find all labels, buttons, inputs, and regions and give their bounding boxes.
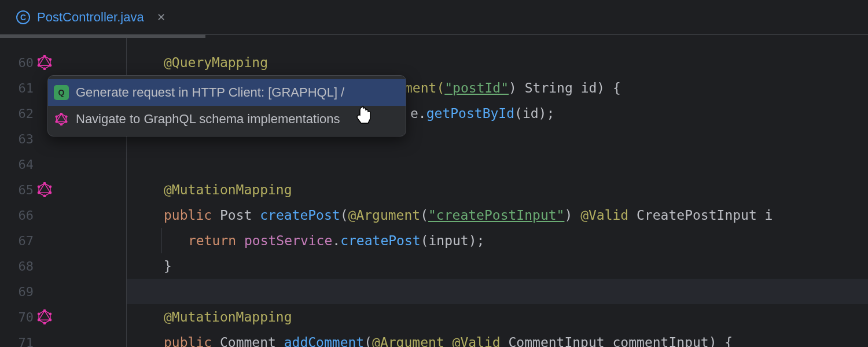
svg-point-19 bbox=[49, 312, 52, 315]
gutter-line[interactable]: 67 bbox=[0, 228, 126, 253]
gutter-line[interactable]: 70 bbox=[0, 304, 126, 330]
popup-item-label: Navigate to GraphQL schema implementatio… bbox=[76, 112, 340, 127]
svg-marker-1 bbox=[39, 56, 50, 65]
graphql-icon[interactable] bbox=[36, 181, 53, 198]
gutter-line[interactable]: 68 bbox=[0, 253, 126, 279]
svg-point-15 bbox=[38, 185, 41, 188]
line-number: 62 bbox=[0, 106, 34, 121]
code-line: @QueryMapping bbox=[127, 50, 868, 75]
editor-tabs: C PostController.java ✕ bbox=[0, 0, 868, 35]
svg-point-3 bbox=[49, 58, 52, 61]
line-number: 68 bbox=[0, 259, 34, 274]
close-icon[interactable]: ✕ bbox=[157, 11, 165, 24]
line-number: 61 bbox=[0, 81, 34, 95]
line-number: 66 bbox=[0, 208, 34, 223]
svg-point-28 bbox=[65, 120, 67, 123]
code-line: } bbox=[127, 253, 868, 279]
file-tab[interactable]: C PostController.java ✕ bbox=[8, 0, 174, 34]
graphql-icon bbox=[54, 112, 69, 127]
svg-point-7 bbox=[38, 58, 41, 61]
gutter-line[interactable]: 65 bbox=[0, 177, 126, 202]
svg-point-30 bbox=[55, 120, 57, 123]
svg-point-11 bbox=[49, 185, 52, 188]
svg-point-22 bbox=[38, 319, 41, 322]
graphql-icon[interactable] bbox=[36, 54, 53, 71]
svg-point-20 bbox=[49, 319, 52, 322]
gutter-line[interactable]: 60 bbox=[0, 50, 126, 75]
line-number: 60 bbox=[0, 56, 34, 70]
line-number: 71 bbox=[0, 335, 34, 348]
svg-marker-17 bbox=[39, 311, 50, 320]
svg-point-6 bbox=[38, 64, 41, 67]
svg-point-31 bbox=[55, 115, 57, 117]
line-number: 63 bbox=[0, 132, 34, 146]
line-number: 65 bbox=[0, 183, 34, 197]
java-class-icon: C bbox=[16, 10, 30, 24]
popup-item-label: Generate request in HTTP Client: [GRAPHQ… bbox=[76, 85, 344, 100]
line-number: 69 bbox=[0, 285, 34, 299]
code-line bbox=[127, 152, 868, 177]
popup-item-generate-http-request[interactable]: Q Generate request in HTTP Client: [GRAP… bbox=[48, 79, 406, 106]
http-client-icon: Q bbox=[54, 85, 69, 100]
code-line: @MutationMapping bbox=[127, 177, 868, 202]
line-number: 67 bbox=[0, 234, 34, 248]
gutter-line[interactable]: 69 bbox=[0, 279, 126, 304]
line-number: 64 bbox=[0, 157, 34, 172]
gutter-line[interactable]: 71 bbox=[0, 330, 126, 347]
intention-actions-popup: Q Generate request in HTTP Client: [GRAP… bbox=[47, 75, 406, 136]
svg-point-14 bbox=[38, 191, 41, 194]
svg-point-27 bbox=[65, 115, 67, 117]
svg-marker-9 bbox=[39, 183, 50, 193]
graphql-icon[interactable] bbox=[36, 308, 53, 326]
code-line: return postService.createPost(input); bbox=[127, 228, 868, 253]
code-line: public Comment addComment(@Argument @Val… bbox=[127, 330, 868, 347]
gutter-line[interactable]: 66 bbox=[0, 202, 126, 228]
svg-point-12 bbox=[49, 191, 52, 194]
tab-filename: PostController.java bbox=[37, 10, 144, 25]
code-line-current bbox=[127, 279, 868, 304]
line-number: 70 bbox=[0, 310, 34, 324]
popup-item-navigate-schema[interactable]: Navigate to GraphQL schema implementatio… bbox=[48, 106, 406, 132]
code-line: public Post createPost(@Argument("create… bbox=[127, 202, 868, 228]
svg-point-23 bbox=[38, 312, 41, 315]
svg-point-4 bbox=[49, 64, 52, 67]
code-line: @MutationMapping bbox=[127, 304, 868, 330]
gutter-line[interactable]: 64 bbox=[0, 152, 126, 177]
